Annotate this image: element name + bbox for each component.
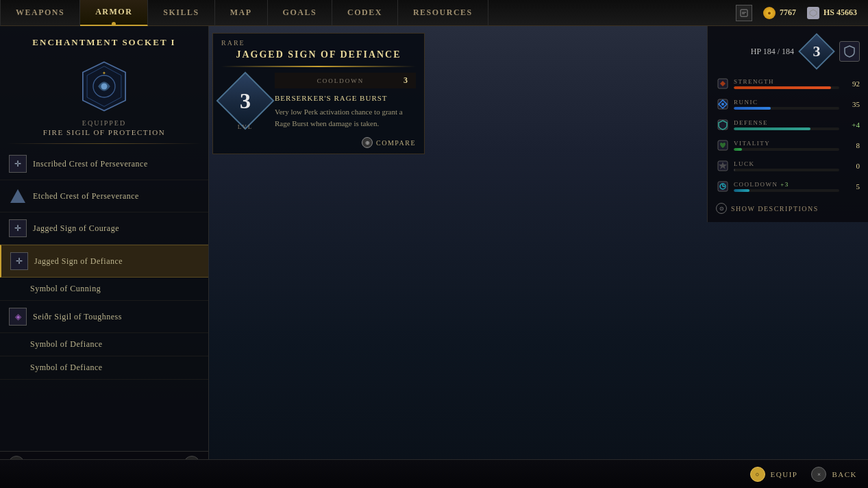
cross-icon-1: ✛ <box>9 155 27 173</box>
enchant-name-7: Symbol of Defiance <box>30 339 103 350</box>
nav-goals[interactable]: GOALS <box>268 0 333 26</box>
enchant-name-5: Symbol of Cunning <box>30 284 101 294</box>
card-level-diamond: 3 LVL <box>221 77 269 125</box>
nav-resources[interactable]: RESOURCES <box>398 0 488 26</box>
list-item[interactable]: Symbol of Defiance <box>0 333 208 356</box>
vitality-icon <box>716 138 730 152</box>
strength-bar <box>734 86 831 89</box>
list-item[interactable]: ✛ Jagged Sign of Courage <box>0 212 208 245</box>
defense-bar-container <box>734 127 839 130</box>
defense-bar <box>734 127 810 130</box>
stat-luck-row: LUCK 0 <box>716 159 860 173</box>
list-item[interactable]: Etched Crest of Perseverance <box>0 180 208 212</box>
vitality-bar <box>734 148 742 151</box>
notifications-icon[interactable] <box>736 5 752 21</box>
diamond-small-number: 3 <box>813 42 821 60</box>
info-card: RARE JAGGED SIGN OF DEFIANCE 3 LVL COOLD… <box>212 33 425 154</box>
stat-defense-row: DEFENSE +4 <box>716 118 860 132</box>
luck-info: LUCK <box>734 160 839 171</box>
currency-display: ● 7767 <box>763 7 796 19</box>
main-content: ENCHANTMENT SOCKET I ✦ EQUIPPED FIRE SIG… <box>0 26 868 488</box>
svg-rect-0 <box>741 10 747 16</box>
runic-bar-container <box>734 107 839 110</box>
svg-marker-3 <box>810 10 817 16</box>
enchant-name-1: Inscribed Crest of Perseverance <box>33 159 148 169</box>
stat-strength-row: STRENGTH 92 <box>716 77 860 90</box>
equip-button[interactable]: ○ EQUIP <box>750 467 798 482</box>
perk-area: BERSERKER'S RAGE BURST Very low Perk act… <box>275 88 416 129</box>
luck-bar-container <box>734 169 839 171</box>
compare-label: COMPARE <box>376 139 416 147</box>
luck-bar <box>734 169 735 171</box>
nav-skills[interactable]: SKILLS <box>148 0 214 26</box>
list-item[interactable]: Symbol of Defiance <box>0 356 208 380</box>
cooldown-bar <box>734 189 749 192</box>
equipped-hex-icon: ✦ <box>79 59 129 114</box>
item-icon-4: ✛ <box>10 252 29 271</box>
runic-info: RUNIC <box>734 99 839 110</box>
hp-row: HP 184 / 184 3 <box>716 34 860 69</box>
hs-display: HS 45663 <box>807 7 857 19</box>
enchant-list[interactable]: ✛ Inscribed Crest of Perseverance Etched… <box>0 145 208 451</box>
cooldown-stat-value: 5 <box>843 182 860 191</box>
cooldown-value: 3 <box>404 75 408 86</box>
level-diamond-small: 3 <box>799 34 834 69</box>
right-stats-panel: HP 184 / 184 3 STRENGTH <box>707 26 868 222</box>
hp-current: 184 <box>763 47 776 56</box>
luck-icon <box>716 159 730 173</box>
card-cooldown-area: 3 LVL COOLDOWN 3 BERSERKER'S RAGE BURST … <box>213 70 424 132</box>
enchant-name-3: Jagged Sign of Courage <box>33 223 119 234</box>
defense-info: DEFENSE <box>734 119 839 130</box>
card-rarity: RARE <box>213 34 424 49</box>
back-icon: × <box>811 467 826 482</box>
nav-weapons[interactable]: WEAPONS <box>0 0 80 26</box>
vitality-info: VITALITY <box>734 140 839 151</box>
cross-icon-4: ✛ <box>10 252 28 270</box>
compare-button[interactable]: ⊕ COMPARE <box>362 137 416 148</box>
nav-bar: WEAPONS ARMOR SKILLS MAP GOALS CODEX RES… <box>0 0 868 26</box>
show-descriptions-row[interactable]: ⊙ SHOW DESCRIPTIONS <box>716 203 860 214</box>
cooldown-label: COOLDOWN <box>283 77 398 84</box>
cross-icon-3: ✛ <box>9 219 27 237</box>
item-icon-3: ✛ <box>8 219 27 238</box>
equipped-label: EQUIPPED <box>0 117 208 128</box>
strength-info: STRENGTH <box>734 78 839 89</box>
strength-bar-container <box>734 86 839 89</box>
hs-value: HS 45663 <box>823 8 857 18</box>
nav-map[interactable]: MAP <box>215 0 268 26</box>
list-item[interactable]: ◈ Seiðr Sigil of Toughness <box>0 301 208 333</box>
gem-icon-6: ◈ <box>9 308 27 326</box>
strength-icon <box>716 77 730 90</box>
cooldown-bar-container <box>734 189 839 192</box>
back-button[interactable]: × BACK <box>811 467 857 482</box>
runic-icon <box>716 97 730 111</box>
cooldown-row: COOLDOWN 3 <box>275 73 416 88</box>
card-divider <box>221 66 416 67</box>
defense-value: +4 <box>843 121 860 129</box>
nav-resources-area: ● 7767 HS 45663 <box>736 5 868 21</box>
stat-cooldown-row: COOLDOWN +3 5 <box>716 180 860 193</box>
svg-point-7 <box>101 84 108 90</box>
compare-icon: ⊕ <box>362 137 373 148</box>
stat-vitality-row: VITALITY 8 <box>716 138 860 152</box>
list-item-selected[interactable]: ✛ Jagged Sign of Defiance <box>0 245 208 278</box>
left-panel: ENCHANTMENT SOCKET I ✦ EQUIPPED FIRE SIG… <box>0 26 209 488</box>
panel-title: ENCHANTMENT SOCKET I <box>0 26 208 53</box>
vitality-bar-container <box>734 148 839 151</box>
nav-armor[interactable]: ARMOR <box>80 0 148 26</box>
card-title: JAGGED SIGN OF DEFIANCE <box>213 49 424 63</box>
list-item[interactable]: ✛ Inscribed Crest of Perseverance <box>0 148 208 180</box>
svg-point-11 <box>721 103 724 106</box>
cooldown-stat-label: COOLDOWN +3 <box>734 181 839 188</box>
defense-label: DEFENSE <box>734 119 839 126</box>
perk-title: BERSERKER'S RAGE BURST <box>275 94 416 102</box>
list-item[interactable]: Symbol of Cunning <box>0 278 208 301</box>
item-icon-6: ◈ <box>8 307 27 326</box>
item-icon-1: ✛ <box>8 154 27 173</box>
gold-icon: ● <box>763 7 776 19</box>
luck-value: 0 <box>843 162 860 170</box>
hp-max: 184 <box>782 47 794 56</box>
shield-icon <box>839 41 860 62</box>
currency-value: 7767 <box>780 8 796 18</box>
nav-codex[interactable]: CODEX <box>332 0 398 26</box>
